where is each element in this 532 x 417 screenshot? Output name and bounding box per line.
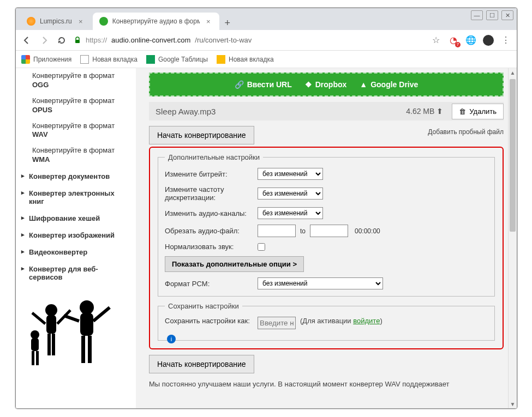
url-scheme: https:// <box>86 36 107 44</box>
url-field[interactable]: https://audio.online-convert.com/ru/conv… <box>74 36 424 44</box>
sidebar-cat-hash[interactable]: Шифрование хешей <box>16 210 136 227</box>
tab-title: Lumpics.ru <box>40 17 72 25</box>
save-legend: Сохранить настройки <box>165 302 242 310</box>
bookmark-item[interactable]: Новая вкладка <box>217 55 274 64</box>
dropbox-button[interactable]: ❖Dropbox <box>305 80 347 89</box>
normalize-checkbox[interactable] <box>258 243 265 251</box>
url-path: /ru/convert-to-wav <box>195 36 252 44</box>
close-button[interactable]: ✕ <box>501 10 513 20</box>
gdrive-button[interactable]: ▲Google Drive <box>360 80 418 89</box>
sidebar: Конвертируйте в формат OGG Конвертируйте… <box>16 68 136 408</box>
svg-rect-7 <box>81 336 85 363</box>
freq-select[interactable]: без изменений <box>258 188 323 200</box>
upload-options: 🔗Ввести URL ❖Dropbox ▲Google Drive <box>149 72 504 96</box>
tab-title: Конвертируйте аудио в формат <box>112 17 200 25</box>
show-more-button[interactable]: Показать дополнительные опции > <box>165 256 304 272</box>
main-panel: 🔗Ввести URL ❖Dropbox ▲Google Drive Sleep… <box>136 68 517 408</box>
file-name: Sleep Away.mp3 <box>149 107 401 116</box>
page-icon <box>80 55 89 64</box>
star-icon[interactable]: ☆ <box>431 35 441 46</box>
login-link[interactable]: войдите <box>353 317 380 325</box>
bitrate-select[interactable]: без изменений <box>258 168 323 180</box>
maximize-button[interactable]: ☐ <box>486 10 498 20</box>
scroll-down-icon[interactable]: ▼ <box>509 400 517 408</box>
sidebar-format-opus[interactable]: Конвертируйте в формат OPUS <box>16 93 136 118</box>
menu-icon[interactable]: ⋮ <box>500 35 511 46</box>
channels-select[interactable]: без изменений <box>258 207 323 219</box>
svg-point-1 <box>45 304 57 316</box>
svg-point-9 <box>31 330 39 339</box>
sidebar-cat-images[interactable]: Конвертер изображений <box>16 227 136 244</box>
lock-icon <box>74 37 81 44</box>
new-tab-button[interactable]: + <box>220 16 235 30</box>
convert-button-bottom[interactable]: Начать конвертирование <box>149 355 254 373</box>
page-icon <box>217 55 225 64</box>
pcm-select[interactable]: без изменений <box>258 277 383 289</box>
file-size: 4.62 MB⬆ <box>401 107 449 116</box>
sidebar-cat-documents[interactable]: Конвертер документов <box>16 168 136 185</box>
trim-to-input[interactable] <box>310 225 348 237</box>
sidebar-ad-image <box>21 291 130 367</box>
scroll-thumb[interactable] <box>510 79 516 232</box>
scrollbar[interactable]: ▲ ▼ <box>508 68 517 408</box>
apps-icon <box>21 55 30 64</box>
bookmark-apps[interactable]: Приложения <box>21 55 71 64</box>
close-tab-icon[interactable]: × <box>204 17 213 26</box>
minimize-button[interactable]: — <box>471 10 483 20</box>
bookmark-item[interactable]: Google Таблицы <box>146 55 208 64</box>
freq-label: Измените частоту дискретизации: <box>165 185 258 202</box>
scroll-up-icon[interactable]: ▲ <box>509 68 517 77</box>
save-settings: Сохранить настройки Сохранить настройки … <box>158 302 495 341</box>
reload-button[interactable] <box>56 35 67 46</box>
save-row: Сохранить настройки как:i (Для активации… <box>165 317 488 334</box>
upload-icon: ⬆ <box>437 107 443 116</box>
save-name-input[interactable] <box>258 317 296 329</box>
channels-label: Изменить аудио-каналы: <box>165 209 258 217</box>
convert-button-top[interactable]: Начать конвертирование <box>149 126 254 144</box>
trim-to-label: to <box>300 227 306 235</box>
extension-icon[interactable]: ◔7 <box>448 35 459 46</box>
svg-rect-0 <box>75 40 80 43</box>
delete-button[interactable]: 🗑Удалить <box>452 104 504 119</box>
settings-highlight: Дополнительные настройки Измените битрей… <box>149 147 504 349</box>
sidebar-cat-ebooks[interactable]: Конвертер электронных книг <box>16 185 136 210</box>
address-bar: https://audio.online-convert.com/ru/conv… <box>16 30 517 51</box>
info-icon[interactable]: i <box>167 335 176 343</box>
globe-icon[interactable]: 🌐 <box>465 35 476 46</box>
tab-bar: Lumpics.ru × Конвертируйте аудио в форма… <box>16 8 517 30</box>
sheets-icon <box>146 55 155 64</box>
tab-convert[interactable]: Конвертируйте аудио в формат × <box>93 13 219 30</box>
enter-url-button[interactable]: 🔗Ввести URL <box>235 80 292 89</box>
url-host: audio.online-convert.com <box>111 36 190 44</box>
forward-button[interactable] <box>39 35 50 46</box>
bookmark-item[interactable]: Новая вкладка <box>80 55 138 64</box>
channels-row: Изменить аудио-каналы: без изменений <box>165 207 488 219</box>
back-button[interactable] <box>21 35 32 46</box>
favicon-icon <box>27 17 35 26</box>
sidebar-format-ogg[interactable]: Конвертируйте в формат OGG <box>16 68 136 93</box>
pcm-label: Формат PCM: <box>165 280 258 288</box>
trim-time: 00:00:00 <box>355 227 380 235</box>
window-controls: — ☐ ✕ <box>471 10 513 20</box>
window: — ☐ ✕ Lumpics.ru × Конвертируйте аудио в… <box>15 8 517 409</box>
bitrate-row: Измените битрейт: без изменений <box>165 168 488 180</box>
svg-rect-8 <box>88 336 92 363</box>
trim-from-input[interactable] <box>258 225 296 237</box>
sidebar-format-wav[interactable]: Конвертируйте в формат WAV <box>16 118 136 143</box>
sidebar-format-wma[interactable]: Конвертируйте в формат WMA <box>16 143 136 168</box>
favicon-icon <box>99 17 108 26</box>
settings-legend: Дополнительные настройки <box>165 153 263 161</box>
sidebar-cat-video[interactable]: Видеоконвертер <box>16 244 136 261</box>
profile-avatar[interactable] <box>483 35 494 46</box>
pcm-row: Формат PCM: без изменений <box>165 277 488 289</box>
bitrate-label: Измените битрейт: <box>165 170 258 178</box>
sidebar-cat-web[interactable]: Конвертер для веб-сервисов <box>16 261 136 286</box>
footer-text: Мы постоянно улучшаем наши услуги. В нас… <box>149 380 504 388</box>
add-trial-link[interactable]: Добавить пробный файл <box>428 128 504 136</box>
svg-rect-6 <box>80 313 93 336</box>
tab-lumpics[interactable]: Lumpics.ru × <box>20 13 92 30</box>
svg-rect-12 <box>36 351 39 365</box>
save-note: (Для активации войдите) <box>300 317 382 325</box>
close-tab-icon[interactable]: × <box>76 17 85 26</box>
gdrive-icon: ▲ <box>360 80 367 89</box>
